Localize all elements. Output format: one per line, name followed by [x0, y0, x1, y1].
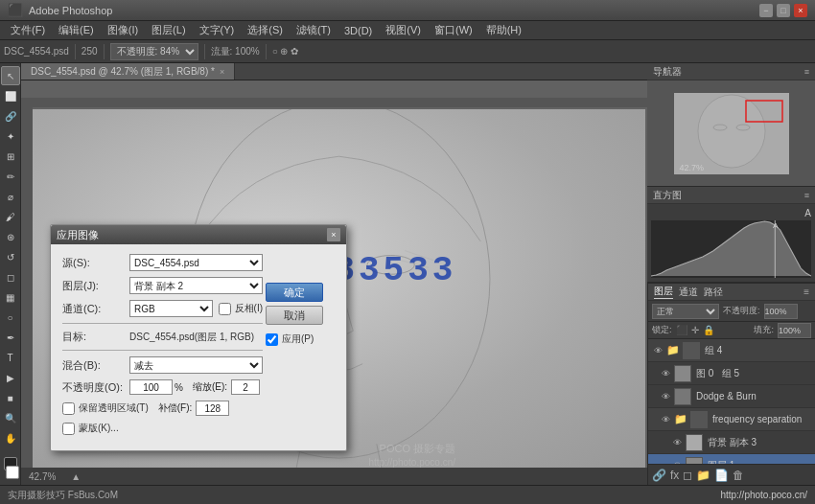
layer-group-4[interactable]: 👁 📁 组 4 — [648, 339, 815, 362]
tool-lasso[interactable]: 🔗 — [1, 106, 20, 126]
tool-eyedropper[interactable]: ✏ — [1, 167, 20, 186]
add-mask-button[interactable]: ◻ — [683, 469, 692, 482]
histogram-content: A A — [647, 204, 815, 282]
tool-dodge[interactable]: ○ — [1, 308, 20, 327]
tool-move[interactable]: ↖ — [1, 66, 20, 85]
layer-freq-sep[interactable]: 👁 📁 frequency separation — [648, 408, 815, 431]
ruler-top — [21, 98, 647, 109]
add-style-button[interactable]: fx — [670, 469, 679, 482]
scale-input[interactable] — [231, 379, 260, 395]
brush-select[interactable]: 不透明度: 84% — [110, 43, 198, 60]
layers-menu-icon[interactable]: ≡ — [803, 286, 809, 297]
toolbox: ↖ ⬜ 🔗 ✦ ⊞ ✏ ⌀ 🖌 ⊛ ↺ ◻ ▦ ○ ✒ T ▶ ■ 🔍 ✋ — [0, 63, 21, 485]
opacity-input[interactable] — [129, 379, 173, 395]
new-layer-button[interactable]: 📄 — [714, 469, 729, 482]
layers-controls: 正常 不透明度: — [648, 301, 815, 322]
canvas-tab-close[interactable]: × — [220, 67, 224, 77]
layer-folder-icon: 📁 — [666, 344, 680, 356]
apply-image-dialog[interactable]: 应用图像 × 源(S): DSC_4554.psd — [50, 224, 347, 451]
tool-gradient[interactable]: ▦ — [1, 287, 20, 307]
canvas-content[interactable]: 183533 42.7% ▲ POCO 摄影专题 http://photo.po… — [21, 80, 647, 485]
layer-visibility-icon[interactable]: 👁 — [660, 391, 671, 402]
tool-shape[interactable]: ■ — [1, 388, 20, 407]
layer-thumbnail — [674, 365, 691, 382]
tool-history-brush[interactable]: ↺ — [1, 247, 20, 266]
layers-list[interactable]: 👁 📁 组 4 👁 图 0 组 5 👁 — [648, 339, 815, 464]
tool-pen[interactable]: ✒ — [1, 328, 20, 347]
layer-name: Dodge & Burn — [696, 391, 811, 401]
tool-brush[interactable]: 🖌 — [1, 207, 20, 226]
navigator-content[interactable]: 42.7% — [647, 80, 815, 186]
delete-layer-button[interactable]: 🗑 — [733, 469, 744, 482]
preserve-checkbox[interactable] — [62, 402, 75, 415]
menu-window[interactable]: 窗口(W) — [428, 21, 479, 39]
tool-spot-heal[interactable]: ⌀ — [1, 187, 20, 206]
tool-zoom[interactable]: 🔍 — [1, 408, 20, 427]
app-logo-icon: ⬛ — [8, 3, 23, 17]
dialog-source-row: 源(S): DSC_4554.psd — [62, 254, 263, 271]
tool-eraser[interactable]: ◻ — [1, 267, 20, 286]
menu-filter[interactable]: 滤镜(T) — [290, 21, 338, 39]
layer-dodge-burn[interactable]: 👁 Dodge & Burn — [648, 385, 815, 408]
menu-text[interactable]: 文字(Y) — [193, 21, 242, 39]
apply-checkbox[interactable] — [266, 333, 278, 346]
tool-crop[interactable]: ⊞ — [1, 147, 20, 166]
menu-view[interactable]: 视图(V) — [379, 21, 428, 39]
canvas-tab-label: DSC_4554.psd @ 42.7% (图层 1, RGB/8) * — [31, 65, 215, 79]
blend-mode-select[interactable]: 正常 — [652, 304, 719, 319]
dialog-body: 源(S): DSC_4554.psd 图层(J): — [51, 244, 346, 450]
tool-magic-wand[interactable]: ✦ — [1, 126, 20, 146]
layer-item-0[interactable]: 👁 图 0 组 5 — [648, 362, 815, 385]
menu-layer[interactable]: 图层(L) — [145, 21, 192, 39]
mask-checkbox[interactable] — [62, 423, 75, 435]
opacity-control-label: 不透明度: — [723, 305, 760, 317]
apply-checkbox-label: 应用(P) — [266, 332, 323, 346]
tool-hand[interactable]: ✋ — [1, 428, 20, 447]
histogram-marker-label: A — [651, 208, 811, 218]
layer-bg-copy3[interactable]: 👁 背景 副本 3 — [648, 431, 815, 454]
lock-pixels-icon[interactable]: ⬛ — [676, 325, 687, 335]
canvas-tab-item[interactable]: DSC_4554.psd @ 42.7% (图层 1, RGB/8) * × — [21, 63, 235, 80]
histogram-expand-icon[interactable]: ≡ — [804, 191, 809, 200]
tool-text[interactable]: T — [1, 348, 20, 367]
menu-select[interactable]: 选择(S) — [241, 21, 290, 39]
tool-select-rect[interactable]: ⬜ — [1, 86, 20, 105]
fill-input[interactable] — [778, 323, 811, 338]
new-group-button[interactable]: 📁 — [696, 469, 710, 482]
layer-select[interactable]: 背景 副本 2 — [129, 277, 263, 294]
menu-3d[interactable]: 3D(D) — [338, 21, 379, 39]
menu-file[interactable]: 文件(F) — [4, 21, 52, 39]
tab-channels[interactable]: 通道 — [679, 286, 698, 299]
bg-color-swatch[interactable] — [6, 466, 19, 479]
menu-help[interactable]: 帮助(H) — [479, 21, 528, 39]
layer-visibility-icon[interactable]: 👁 — [660, 414, 671, 425]
menu-edit[interactable]: 编辑(E) — [52, 21, 101, 39]
tool-clone-stamp[interactable]: ⊛ — [1, 227, 20, 246]
layer-visibility-icon[interactable]: 👁 — [660, 368, 671, 379]
blending-select[interactable]: 减去 — [129, 356, 263, 374]
dialog-close-button[interactable]: × — [327, 228, 340, 241]
invert-checkbox[interactable] — [219, 303, 231, 315]
tool-path-select[interactable]: ▶ — [1, 368, 20, 387]
close-button[interactable]: × — [794, 4, 807, 17]
lock-all-icon[interactable]: 🔒 — [703, 325, 714, 335]
maximize-button[interactable]: □ — [777, 4, 790, 17]
dialog-cancel-button[interactable]: 取消 — [266, 306, 323, 325]
menu-image[interactable]: 图像(I) — [101, 21, 145, 39]
minimize-button[interactable]: − — [759, 4, 773, 17]
channel-select[interactable]: RGB — [129, 300, 213, 317]
link-layers-button[interactable]: 🔗 — [652, 469, 666, 482]
source-select[interactable]: DSC_4554.psd — [129, 254, 263, 271]
navigator-expand-icon[interactable]: ≡ — [804, 67, 809, 77]
layers-header: 图层 通道 路径 ≡ — [648, 284, 815, 301]
dialog-ok-button[interactable]: 确定 — [266, 283, 323, 302]
layer-visibility-icon[interactable]: 👁 — [652, 345, 664, 356]
offset-input[interactable] — [196, 401, 229, 416]
lock-position-icon[interactable]: ✛ — [691, 325, 699, 335]
layer-layer1[interactable]: 👁 图层 1 — [648, 454, 815, 464]
layer-visibility-icon[interactable]: 👁 — [671, 437, 683, 448]
tab-paths[interactable]: 路径 — [704, 286, 723, 299]
opacity-unit: % — [175, 382, 183, 393]
opacity-input-layers[interactable] — [764, 304, 798, 319]
tab-layers[interactable]: 图层 — [654, 285, 673, 299]
